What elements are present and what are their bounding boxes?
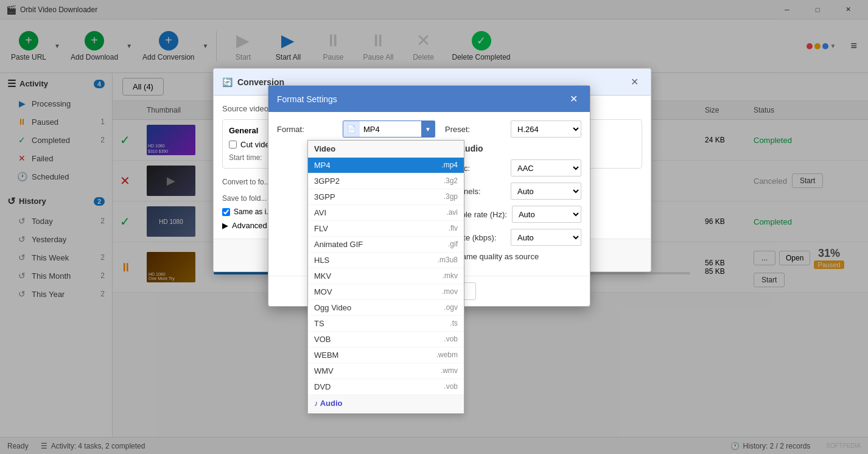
preset-row: Preset: H.264 [445, 120, 581, 138]
format-list-item-mkv[interactable]: MKV.mkv [308, 268, 464, 284]
format-list-item-dvd[interactable]: DVD.vob [308, 379, 464, 395]
sample-rate-row: Sample rate (Hz): Auto [445, 206, 581, 223]
audio-header: ♪ Audio [308, 395, 464, 412]
save-to-label: Save to fold... [222, 194, 267, 203]
format-settings-title: Format Settings [277, 94, 566, 104]
codec-select[interactable]: AAC [511, 159, 581, 176]
format-list-item-3gpp[interactable]: 3GPP.3gp [308, 189, 464, 205]
format-list-item-ogv[interactable]: Ogg Video.ogv [308, 300, 464, 316]
format-list-item-mp4[interactable]: MP4.mp4 [308, 158, 464, 173]
format-list-container: Format: 📄 MP4 ▼ Video MP4.mp4 3GPP2.3g2 … [277, 120, 435, 267]
format-label: Format: [277, 125, 338, 134]
channels-select[interactable]: Auto [511, 183, 581, 200]
cut-video-checkbox[interactable] [229, 141, 237, 148]
format-settings-body: Format: 📄 MP4 ▼ Video MP4.mp4 3GPP2.3g2 … [268, 112, 590, 276]
format-selector-row: Format: 📄 MP4 ▼ [277, 120, 435, 138]
audio-header-row: Audio [445, 144, 581, 153]
source-video-label: Source video: [222, 104, 271, 113]
codec-row: Codec: AAC [445, 159, 581, 176]
format-settings-dialog: Format Settings ✕ Format: 📄 MP4 ▼ Video … [268, 85, 590, 307]
format-list-item-mp3[interactable]: MP3.mp3 [308, 412, 464, 414]
format-list-item-gif[interactable]: Animated GIF.gif [308, 237, 464, 253]
format-list-item-vob[interactable]: VOB.vob [308, 332, 464, 347]
format-list-item-hls[interactable]: HLS.m3u8 [308, 253, 464, 268]
same-as-checkbox[interactable] [222, 208, 230, 216]
format-list-item-wmv[interactable]: WMV.wmv [308, 363, 464, 379]
preset-label: Preset: [445, 125, 506, 134]
convert-to-label: Convert to fo... [222, 178, 270, 186]
format-settings-close-button[interactable]: ✕ [566, 92, 581, 106]
format-list-item-avi[interactable]: AVI.avi [308, 205, 464, 221]
conversion-close-button[interactable]: ✕ [627, 75, 642, 89]
bitrate-row: Bit rate (kbps): Auto [445, 229, 581, 246]
format-settings-title-bar: Format Settings ✕ [268, 86, 590, 112]
start-time-label: Start time: [229, 153, 262, 162]
same-quality-label: Same quality as source [457, 252, 539, 261]
audio-section: Audio Codec: AAC Channels: Auto Sample r… [445, 144, 581, 261]
format-text: MP4 [360, 125, 421, 134]
format-list-item-webm[interactable]: WEBM.webm [308, 347, 464, 363]
conversion-dialog-icon: 🔄 [222, 77, 233, 87]
format-list-item-3gpp2[interactable]: 3GPP2.3g2 [308, 173, 464, 189]
format-select-control[interactable]: 📄 MP4 ▼ [343, 120, 435, 138]
same-as-label: Same as i... [234, 208, 272, 216]
format-dropdown-arrow: ▼ [421, 121, 435, 137]
same-quality-row: Same quality as source [445, 252, 581, 261]
advanced-arrow-icon: ▶ [222, 221, 228, 230]
bitrate-select[interactable]: Auto [511, 229, 581, 246]
start-time: Start time: [229, 153, 262, 162]
format-list-item-ts[interactable]: TS.ts [308, 316, 464, 332]
channels-row: Channels: Auto [445, 183, 581, 200]
video-header: Video [308, 141, 464, 158]
format-file-icon: 📄 [343, 121, 360, 137]
sample-rate-select[interactable]: Auto [512, 206, 581, 223]
format-dropdown-list: Video MP4.mp4 3GPP2.3g2 3GPP.3gp AVI.avi… [307, 140, 464, 414]
format-list-item-flv[interactable]: FLV.flv [308, 221, 464, 237]
format-list-item-mov[interactable]: MOV.mov [308, 284, 464, 300]
preset-select[interactable]: H.264 [511, 120, 581, 138]
